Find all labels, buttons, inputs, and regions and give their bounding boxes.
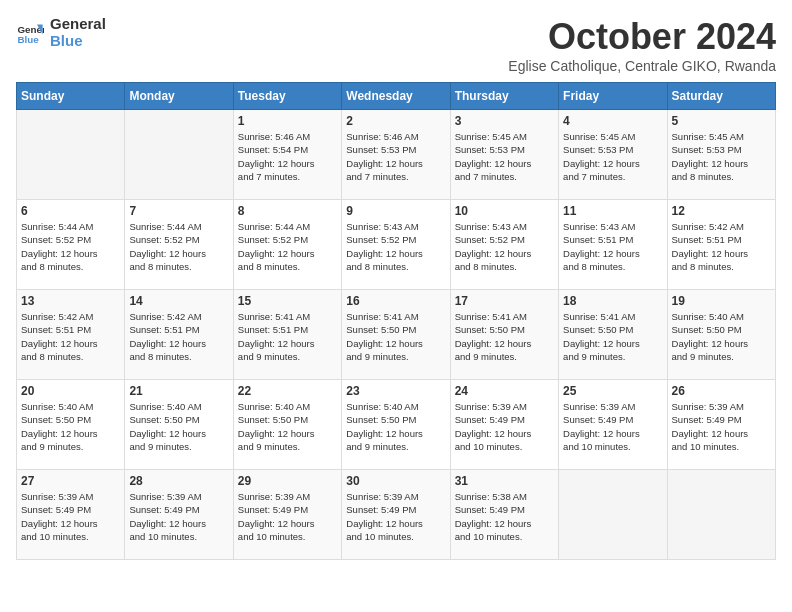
day-number: 8 <box>238 204 337 218</box>
svg-text:Blue: Blue <box>17 33 39 44</box>
calendar-cell: 22Sunrise: 5:40 AM Sunset: 5:50 PM Dayli… <box>233 380 341 470</box>
day-header-monday: Monday <box>125 83 233 110</box>
calendar-cell: 26Sunrise: 5:39 AM Sunset: 5:49 PM Dayli… <box>667 380 775 470</box>
calendar-cell <box>559 470 667 560</box>
day-header-friday: Friday <box>559 83 667 110</box>
day-number: 7 <box>129 204 228 218</box>
day-number: 31 <box>455 474 554 488</box>
day-number: 4 <box>563 114 662 128</box>
calendar-cell: 5Sunrise: 5:45 AM Sunset: 5:53 PM Daylig… <box>667 110 775 200</box>
cell-info: Sunrise: 5:43 AM Sunset: 5:52 PM Dayligh… <box>346 220 445 273</box>
day-number: 29 <box>238 474 337 488</box>
day-number: 24 <box>455 384 554 398</box>
calendar-cell <box>125 110 233 200</box>
calendar-cell: 13Sunrise: 5:42 AM Sunset: 5:51 PM Dayli… <box>17 290 125 380</box>
calendar-cell <box>667 470 775 560</box>
day-number: 11 <box>563 204 662 218</box>
day-header-wednesday: Wednesday <box>342 83 450 110</box>
cell-info: Sunrise: 5:44 AM Sunset: 5:52 PM Dayligh… <box>238 220 337 273</box>
calendar-cell: 9Sunrise: 5:43 AM Sunset: 5:52 PM Daylig… <box>342 200 450 290</box>
calendar-cell: 6Sunrise: 5:44 AM Sunset: 5:52 PM Daylig… <box>17 200 125 290</box>
day-number: 28 <box>129 474 228 488</box>
cell-info: Sunrise: 5:42 AM Sunset: 5:51 PM Dayligh… <box>129 310 228 363</box>
calendar-cell: 18Sunrise: 5:41 AM Sunset: 5:50 PM Dayli… <box>559 290 667 380</box>
cell-info: Sunrise: 5:43 AM Sunset: 5:52 PM Dayligh… <box>455 220 554 273</box>
cell-info: Sunrise: 5:40 AM Sunset: 5:50 PM Dayligh… <box>672 310 771 363</box>
cell-info: Sunrise: 5:40 AM Sunset: 5:50 PM Dayligh… <box>346 400 445 453</box>
day-number: 9 <box>346 204 445 218</box>
cell-info: Sunrise: 5:39 AM Sunset: 5:49 PM Dayligh… <box>238 490 337 543</box>
cell-info: Sunrise: 5:41 AM Sunset: 5:50 PM Dayligh… <box>563 310 662 363</box>
calendar-cell: 29Sunrise: 5:39 AM Sunset: 5:49 PM Dayli… <box>233 470 341 560</box>
day-header-sunday: Sunday <box>17 83 125 110</box>
calendar-cell: 8Sunrise: 5:44 AM Sunset: 5:52 PM Daylig… <box>233 200 341 290</box>
day-number: 3 <box>455 114 554 128</box>
cell-info: Sunrise: 5:41 AM Sunset: 5:51 PM Dayligh… <box>238 310 337 363</box>
day-header-thursday: Thursday <box>450 83 558 110</box>
calendar-cell: 27Sunrise: 5:39 AM Sunset: 5:49 PM Dayli… <box>17 470 125 560</box>
calendar-cell: 1Sunrise: 5:46 AM Sunset: 5:54 PM Daylig… <box>233 110 341 200</box>
cell-info: Sunrise: 5:40 AM Sunset: 5:50 PM Dayligh… <box>129 400 228 453</box>
day-header-tuesday: Tuesday <box>233 83 341 110</box>
logo: General Blue General Blue <box>16 16 106 49</box>
title-block: October 2024 Eglise Catholique, Centrale… <box>508 16 776 74</box>
calendar-cell: 15Sunrise: 5:41 AM Sunset: 5:51 PM Dayli… <box>233 290 341 380</box>
cell-info: Sunrise: 5:39 AM Sunset: 5:49 PM Dayligh… <box>672 400 771 453</box>
cell-info: Sunrise: 5:44 AM Sunset: 5:52 PM Dayligh… <box>21 220 120 273</box>
day-number: 14 <box>129 294 228 308</box>
cell-info: Sunrise: 5:39 AM Sunset: 5:49 PM Dayligh… <box>563 400 662 453</box>
calendar-cell: 20Sunrise: 5:40 AM Sunset: 5:50 PM Dayli… <box>17 380 125 470</box>
cell-info: Sunrise: 5:39 AM Sunset: 5:49 PM Dayligh… <box>129 490 228 543</box>
cell-info: Sunrise: 5:41 AM Sunset: 5:50 PM Dayligh… <box>455 310 554 363</box>
cell-info: Sunrise: 5:45 AM Sunset: 5:53 PM Dayligh… <box>455 130 554 183</box>
calendar-cell: 4Sunrise: 5:45 AM Sunset: 5:53 PM Daylig… <box>559 110 667 200</box>
calendar-cell: 21Sunrise: 5:40 AM Sunset: 5:50 PM Dayli… <box>125 380 233 470</box>
day-number: 17 <box>455 294 554 308</box>
cell-info: Sunrise: 5:39 AM Sunset: 5:49 PM Dayligh… <box>21 490 120 543</box>
cell-info: Sunrise: 5:39 AM Sunset: 5:49 PM Dayligh… <box>346 490 445 543</box>
cell-info: Sunrise: 5:38 AM Sunset: 5:49 PM Dayligh… <box>455 490 554 543</box>
calendar-cell: 31Sunrise: 5:38 AM Sunset: 5:49 PM Dayli… <box>450 470 558 560</box>
page-header: General Blue General Blue October 2024 E… <box>16 16 776 74</box>
cell-info: Sunrise: 5:41 AM Sunset: 5:50 PM Dayligh… <box>346 310 445 363</box>
day-number: 23 <box>346 384 445 398</box>
day-number: 1 <box>238 114 337 128</box>
day-number: 10 <box>455 204 554 218</box>
calendar-cell: 19Sunrise: 5:40 AM Sunset: 5:50 PM Dayli… <box>667 290 775 380</box>
calendar-cell: 11Sunrise: 5:43 AM Sunset: 5:51 PM Dayli… <box>559 200 667 290</box>
day-number: 5 <box>672 114 771 128</box>
logo-icon: General Blue <box>16 19 44 47</box>
cell-info: Sunrise: 5:40 AM Sunset: 5:50 PM Dayligh… <box>21 400 120 453</box>
calendar-cell: 12Sunrise: 5:42 AM Sunset: 5:51 PM Dayli… <box>667 200 775 290</box>
calendar-cell: 24Sunrise: 5:39 AM Sunset: 5:49 PM Dayli… <box>450 380 558 470</box>
day-number: 20 <box>21 384 120 398</box>
calendar-cell: 10Sunrise: 5:43 AM Sunset: 5:52 PM Dayli… <box>450 200 558 290</box>
day-number: 30 <box>346 474 445 488</box>
cell-info: Sunrise: 5:43 AM Sunset: 5:51 PM Dayligh… <box>563 220 662 273</box>
calendar-cell: 25Sunrise: 5:39 AM Sunset: 5:49 PM Dayli… <box>559 380 667 470</box>
calendar-cell: 23Sunrise: 5:40 AM Sunset: 5:50 PM Dayli… <box>342 380 450 470</box>
logo-line2: Blue <box>50 33 106 50</box>
cell-info: Sunrise: 5:40 AM Sunset: 5:50 PM Dayligh… <box>238 400 337 453</box>
day-number: 21 <box>129 384 228 398</box>
cell-info: Sunrise: 5:44 AM Sunset: 5:52 PM Dayligh… <box>129 220 228 273</box>
day-number: 25 <box>563 384 662 398</box>
cell-info: Sunrise: 5:42 AM Sunset: 5:51 PM Dayligh… <box>672 220 771 273</box>
cell-info: Sunrise: 5:42 AM Sunset: 5:51 PM Dayligh… <box>21 310 120 363</box>
calendar-table: SundayMondayTuesdayWednesdayThursdayFrid… <box>16 82 776 560</box>
subtitle: Eglise Catholique, Centrale GIKO, Rwanda <box>508 58 776 74</box>
day-number: 18 <box>563 294 662 308</box>
logo-line1: General <box>50 16 106 33</box>
day-number: 27 <box>21 474 120 488</box>
day-number: 15 <box>238 294 337 308</box>
cell-info: Sunrise: 5:39 AM Sunset: 5:49 PM Dayligh… <box>455 400 554 453</box>
cell-info: Sunrise: 5:46 AM Sunset: 5:53 PM Dayligh… <box>346 130 445 183</box>
cell-info: Sunrise: 5:46 AM Sunset: 5:54 PM Dayligh… <box>238 130 337 183</box>
day-number: 12 <box>672 204 771 218</box>
day-header-saturday: Saturday <box>667 83 775 110</box>
calendar-cell: 17Sunrise: 5:41 AM Sunset: 5:50 PM Dayli… <box>450 290 558 380</box>
month-title: October 2024 <box>508 16 776 58</box>
day-number: 2 <box>346 114 445 128</box>
calendar-cell: 28Sunrise: 5:39 AM Sunset: 5:49 PM Dayli… <box>125 470 233 560</box>
day-number: 19 <box>672 294 771 308</box>
